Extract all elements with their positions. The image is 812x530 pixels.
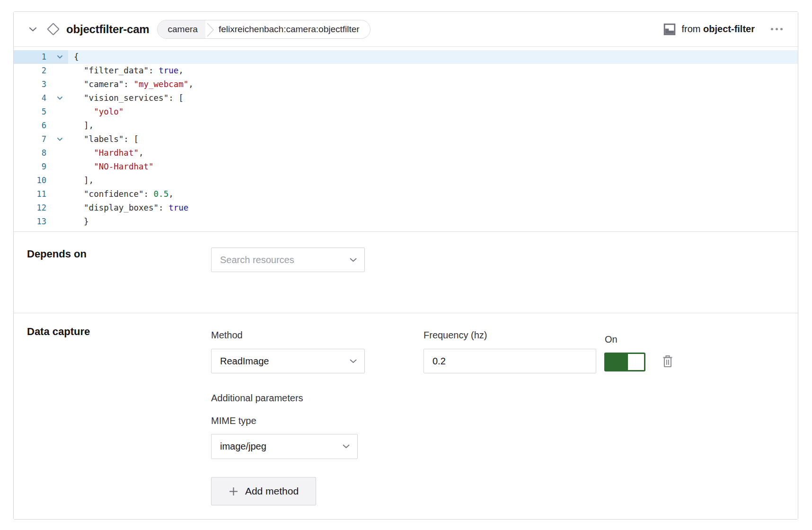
code-line[interactable]: 11 "confidence": 0.5, bbox=[14, 187, 798, 201]
add-method-button[interactable]: Add method bbox=[211, 477, 316, 505]
code-text[interactable]: ], bbox=[68, 174, 798, 187]
code-gutter: 10 bbox=[14, 174, 68, 187]
line-number: 2 bbox=[14, 64, 46, 78]
code-gutter: 7 bbox=[14, 132, 68, 146]
depends-on-placeholder: Search resources bbox=[220, 255, 345, 265]
code-line[interactable]: 13 } bbox=[14, 215, 798, 229]
component-card: objectfilter-cam camera felixreichenbach… bbox=[13, 11, 798, 520]
fold-chevron-icon[interactable] bbox=[46, 97, 68, 100]
line-number: 9 bbox=[14, 160, 46, 174]
line-number: 11 bbox=[14, 187, 46, 201]
delete-method-button[interactable] bbox=[661, 353, 674, 369]
code-text[interactable]: "display_boxes": true bbox=[68, 201, 798, 215]
line-number: 13 bbox=[14, 215, 46, 229]
component-title: objectfilter-cam bbox=[66, 23, 150, 36]
code-gutter: 13 bbox=[14, 215, 68, 229]
badge-type: camera bbox=[158, 20, 205, 38]
code-gutter: 2 bbox=[14, 64, 68, 78]
code-gutter: 5 bbox=[14, 105, 68, 119]
add-method-label: Add method bbox=[245, 486, 299, 497]
code-gutter: 6 bbox=[14, 119, 68, 132]
line-number: 10 bbox=[14, 174, 46, 187]
code-gutter: 1 bbox=[14, 50, 68, 64]
frequency-value: 0.2 bbox=[432, 356, 588, 367]
capture-toggle[interactable] bbox=[604, 353, 645, 371]
code-gutter: 12 bbox=[14, 201, 68, 215]
code-line[interactable]: 8 "Hardhat", bbox=[14, 146, 798, 160]
chevron-down-icon[interactable] bbox=[29, 27, 37, 32]
toggle-knob bbox=[628, 354, 644, 370]
plus-icon bbox=[229, 486, 238, 496]
line-number: 3 bbox=[14, 78, 46, 91]
code-gutter: 4 bbox=[14, 91, 68, 105]
code-gutter: 9 bbox=[14, 160, 68, 174]
code-text[interactable]: "vision_services": [ bbox=[68, 91, 798, 105]
data-capture-section: Data capture Method ReadImage Frequency … bbox=[14, 313, 798, 519]
line-number: 6 bbox=[14, 119, 46, 132]
fold-chevron-icon[interactable] bbox=[46, 138, 68, 141]
code-line[interactable]: 10 ], bbox=[14, 174, 798, 187]
additional-parameters-label: Additional parameters bbox=[211, 393, 303, 404]
from-module-label: from object-filter bbox=[682, 24, 755, 35]
mime-type-select[interactable]: image/jpeg bbox=[211, 434, 358, 459]
code-line[interactable]: 5 "yolo" bbox=[14, 105, 798, 119]
code-text[interactable]: "filter_data": true, bbox=[68, 64, 798, 78]
method-value: ReadImage bbox=[220, 356, 345, 367]
code-text[interactable]: "yolo" bbox=[68, 105, 798, 119]
chevron-down-icon bbox=[350, 258, 357, 262]
code-line[interactable]: 6 ], bbox=[14, 119, 798, 132]
diamond-icon bbox=[46, 23, 60, 36]
component-header: objectfilter-cam camera felixreichenbach… bbox=[14, 12, 798, 46]
line-number: 1 bbox=[14, 50, 46, 64]
badge-model: felixreichenbach:camera:objectfilter bbox=[216, 24, 370, 35]
chevron-down-icon bbox=[350, 359, 357, 363]
trash-icon bbox=[662, 354, 673, 368]
code-text[interactable]: } bbox=[68, 215, 798, 229]
code-text[interactable]: "confidence": 0.5, bbox=[68, 187, 798, 201]
ellipsis-menu-button[interactable] bbox=[770, 25, 784, 33]
capture-on-label: On bbox=[605, 334, 618, 345]
component-type-badge: camera felixreichenbach:camera:objectfil… bbox=[157, 20, 371, 39]
line-number: 5 bbox=[14, 105, 46, 119]
code-text[interactable]: ], bbox=[68, 119, 798, 132]
code-text[interactable]: { bbox=[68, 50, 798, 64]
code-text[interactable]: "labels": [ bbox=[68, 132, 798, 146]
code-text[interactable]: "Hardhat", bbox=[68, 146, 798, 160]
code-line[interactable]: 3 "camera": "my_webcam", bbox=[14, 78, 798, 91]
depends-on-section: Depends on Search resources bbox=[14, 232, 798, 313]
json-config-editor[interactable]: 1{2 "filter_data": true,3 "camera": "my_… bbox=[14, 46, 798, 232]
frequency-input[interactable]: 0.2 bbox=[424, 349, 596, 373]
depends-on-select[interactable]: Search resources bbox=[211, 247, 365, 272]
line-number: 4 bbox=[14, 91, 46, 105]
code-gutter: 3 bbox=[14, 78, 68, 91]
module-icon bbox=[663, 23, 676, 35]
depends-on-label: Depends on bbox=[27, 248, 87, 260]
line-number: 8 bbox=[14, 146, 46, 160]
module-name: object-filter bbox=[703, 24, 755, 34]
frequency-label: Frequency (hz) bbox=[424, 330, 487, 341]
code-gutter: 11 bbox=[14, 187, 68, 201]
method-select[interactable]: ReadImage bbox=[211, 349, 365, 373]
mime-type-value: image/jpeg bbox=[220, 441, 338, 452]
fold-chevron-icon[interactable] bbox=[46, 55, 68, 59]
code-text[interactable]: "camera": "my_webcam", bbox=[68, 78, 798, 91]
line-number: 7 bbox=[14, 132, 46, 146]
chevron-down-icon bbox=[343, 444, 350, 449]
line-number: 12 bbox=[14, 201, 46, 215]
code-line[interactable]: 7 "labels": [ bbox=[14, 132, 798, 146]
mime-type-label: MIME type bbox=[211, 415, 256, 426]
code-line[interactable]: 4 "vision_services": [ bbox=[14, 91, 798, 105]
method-label: Method bbox=[211, 330, 243, 341]
code-line[interactable]: 12 "display_boxes": true bbox=[14, 201, 798, 215]
code-gutter: 8 bbox=[14, 146, 68, 160]
code-text[interactable]: "NO-Hardhat" bbox=[68, 160, 798, 174]
code-line[interactable]: 9 "NO-Hardhat" bbox=[14, 160, 798, 174]
code-line[interactable]: 1{ bbox=[14, 50, 798, 64]
badge-separator-icon bbox=[205, 20, 216, 38]
data-capture-label: Data capture bbox=[27, 326, 90, 338]
code-line[interactable]: 2 "filter_data": true, bbox=[14, 64, 798, 78]
